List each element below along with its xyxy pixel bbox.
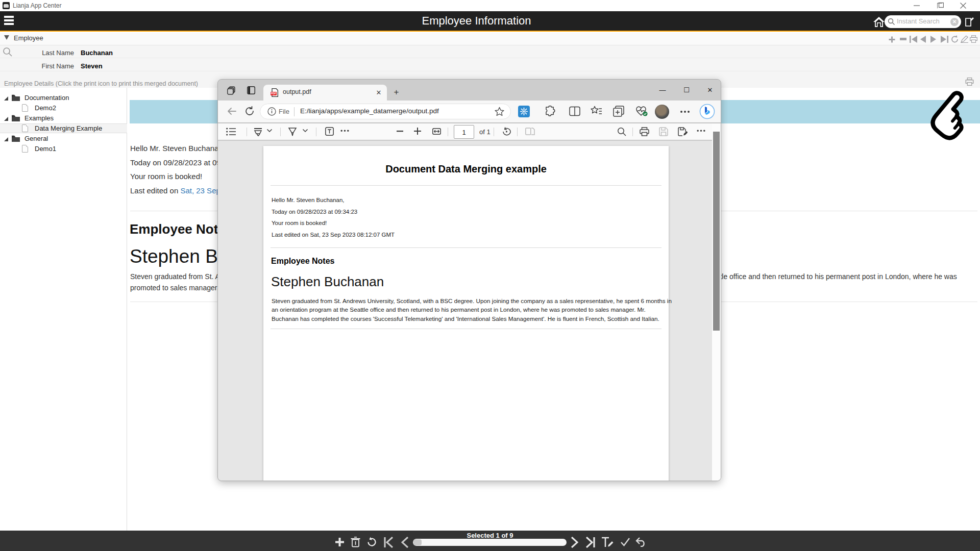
file-scheme-label: File	[279, 108, 289, 115]
prev-record-icon[interactable]	[920, 36, 926, 43]
pdf-page-view-icon[interactable]	[525, 127, 535, 136]
details-print-icon[interactable]	[965, 78, 974, 86]
tree-item-demo2[interactable]: Demo2	[0, 104, 127, 113]
extension-m365-icon[interactable]	[518, 106, 530, 117]
svg-text:PDF: PDF	[271, 92, 276, 95]
extensions-puzzle-icon[interactable]	[545, 106, 556, 117]
tab-search-icon[interactable]	[227, 86, 236, 95]
window-close-button[interactable]	[960, 0, 975, 11]
last-row-icon[interactable]	[585, 537, 595, 548]
page-info-icon[interactable]	[267, 107, 276, 116]
pdf-fit-width-icon[interactable]	[432, 127, 441, 136]
new-tab-icon[interactable]: +	[392, 88, 401, 97]
expand-icon[interactable]	[4, 96, 8, 101]
edit-record-icon[interactable]	[601, 537, 614, 548]
pdf-greeting: Hello Mr. Steven Buchanan,	[272, 197, 345, 203]
section-collapse-icon[interactable]	[4, 35, 9, 40]
print-icon[interactable]	[970, 35, 977, 43]
pdf-print-icon[interactable]	[640, 127, 649, 136]
back-icon[interactable]	[227, 106, 237, 116]
tree-item-demo1[interactable]: Demo1	[0, 144, 127, 154]
pdf-draw-icon[interactable]	[288, 127, 297, 136]
pdf-rotate-icon[interactable]	[502, 127, 511, 136]
split-screen-icon[interactable]	[569, 106, 580, 117]
bing-chat-icon[interactable]	[699, 104, 715, 119]
expand-icon[interactable]	[4, 117, 8, 121]
compose-icon[interactable]	[964, 16, 974, 28]
expand-icon[interactable]	[4, 137, 8, 141]
url-text[interactable]: E:/lianja/apps/example_datamerge/output.…	[300, 107, 439, 115]
record-slider[interactable]	[413, 539, 567, 546]
pdf-today: Today on 09/28/2023 at 09:34:23	[272, 209, 357, 215]
first-row-icon[interactable]	[384, 537, 394, 548]
pdf-highlight-dropdown-icon[interactable]	[266, 129, 273, 133]
browser-menu-icon[interactable]	[680, 110, 690, 113]
pdf-scrollbar-thumb[interactable]	[713, 132, 720, 331]
add-row-icon[interactable]	[334, 537, 345, 547]
last-record-icon[interactable]	[940, 36, 948, 43]
menu-icon[interactable]	[4, 16, 14, 25]
window-minimize-button[interactable]	[914, 0, 929, 11]
pdf-zoom-out-icon[interactable]	[397, 131, 403, 132]
prev-row-icon[interactable]	[401, 537, 409, 548]
address-bar-row: File E:/lianja/apps/example_datamerge/ou…	[218, 101, 721, 123]
last-name-value[interactable]: Buchanan	[81, 49, 113, 57]
pdf-zoom-in-icon[interactable]	[414, 128, 421, 135]
next-record-icon[interactable]	[930, 36, 937, 43]
add-record-icon[interactable]	[888, 36, 896, 43]
pdf-page: Document Data Merging example Hello Mr. …	[263, 146, 669, 481]
pdf-draw-dropdown-icon[interactable]	[302, 129, 308, 133]
pdf-scrollbar[interactable]	[712, 123, 721, 481]
pdf-viewport: Document Data Merging example Hello Mr. …	[218, 141, 721, 481]
pdf-page-number-input[interactable]: 1	[454, 125, 474, 139]
popup-maximize-button[interactable]: ☐	[679, 84, 694, 96]
pdf-search-icon[interactable]	[617, 127, 626, 136]
doc-greeting: Hello Mr. Steven Buchanan,	[130, 144, 225, 153]
pdf-save-icon	[659, 127, 668, 136]
pdf-add-text-icon[interactable]	[325, 127, 334, 136]
home-icon[interactable]	[873, 16, 885, 28]
search-clear-icon[interactable]: ✕	[950, 18, 959, 26]
pdf-highlight-icon[interactable]	[254, 127, 263, 136]
record-slider-thumb[interactable]	[413, 539, 422, 545]
search-placeholder: Instant Search	[897, 17, 940, 25]
tree-item-general[interactable]: General	[0, 134, 127, 144]
confirm-icon[interactable]	[620, 537, 630, 547]
pdf-more-tools-icon[interactable]	[340, 130, 349, 132]
pdf-toc-icon[interactable]	[226, 127, 236, 136]
pdf-more-icon[interactable]	[697, 130, 705, 132]
tree-item-documentation[interactable]: Documentation	[0, 93, 127, 103]
tree-item-data-merging-example[interactable]: Data Merging Example	[0, 123, 127, 133]
first-record-icon[interactable]	[910, 36, 918, 43]
tab-actions-icon[interactable]	[247, 86, 255, 94]
next-row-icon[interactable]	[571, 537, 578, 548]
first-name-value[interactable]: Steven	[81, 62, 103, 70]
refresh-icon[interactable]	[951, 35, 959, 43]
window-title: Lianja App Center	[13, 2, 61, 9]
address-bar[interactable]: File E:/lianja/apps/example_datamerge/ou…	[260, 104, 511, 119]
browser-tab[interactable]: PDF output.pdf ✕	[263, 85, 387, 101]
pdf-page-count: of 1	[479, 128, 491, 136]
document-icon	[22, 145, 28, 153]
popup-close-button[interactable]: ✕	[702, 84, 718, 96]
tree-item-examples[interactable]: Examples	[0, 114, 127, 123]
undo-icon[interactable]	[635, 537, 646, 547]
pdf-room: Your room is booked!	[272, 220, 327, 226]
first-name-label: First Name	[23, 62, 74, 70]
tab-close-icon[interactable]: ✕	[375, 89, 383, 97]
profile-avatar[interactable]	[655, 105, 669, 119]
favorites-icon[interactable]	[591, 106, 602, 117]
popup-minimize-button[interactable]: —	[655, 84, 670, 96]
reload-icon[interactable]	[244, 106, 255, 116]
collections-icon[interactable]	[613, 106, 624, 117]
lianja-logo-icon	[3, 2, 10, 9]
browser-essentials-icon[interactable]	[635, 106, 648, 117]
delete-row-icon[interactable]	[351, 537, 360, 547]
edit-icon[interactable]	[961, 36, 968, 43]
delete-record-icon[interactable]	[900, 38, 906, 41]
refresh-rows-icon[interactable]	[366, 537, 377, 547]
favorite-star-icon[interactable]	[495, 107, 504, 116]
instant-search-box[interactable]: Instant Search ✕	[885, 15, 961, 28]
window-maximize-button[interactable]	[937, 0, 952, 11]
pdf-save-as-icon[interactable]	[678, 127, 688, 136]
